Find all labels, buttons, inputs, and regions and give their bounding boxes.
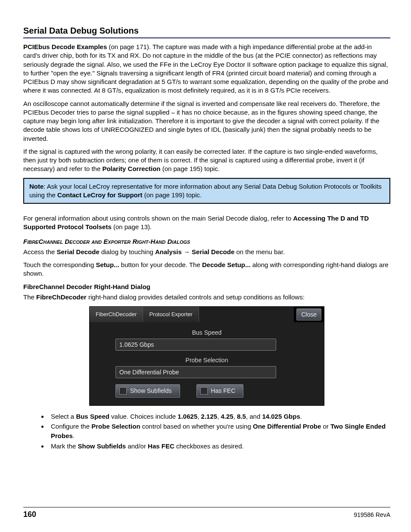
bus-speed-select[interactable]: 1.0625 Gbps (115, 339, 276, 351)
xref: PCIEbus Decode Examples (23, 43, 107, 50)
has-fec-checkbox[interactable]: Has FEC (196, 384, 244, 398)
page-title: Serial Data Debug Solutions (23, 26, 390, 38)
bus-speed-label: Bus Speed (115, 329, 298, 336)
doc-revision: 919586 RevA (354, 511, 390, 518)
paragraph: Access the Serial Decode dialog by touch… (23, 248, 390, 256)
section-heading: FibreChannel Decoder and Exporter Right-… (23, 238, 390, 245)
close-button[interactable]: Close (296, 308, 321, 320)
tab-protocol-exporter[interactable]: Protocol Exporter (143, 307, 199, 322)
subheading: FibreChannel Decoder Right-Hand Dialog (23, 283, 390, 290)
paragraph: The FibreChDecoder right-hand dialog pro… (23, 293, 390, 302)
dialog-tabs: FiberChDecoder Protocol Exporter Close (90, 307, 324, 322)
probe-selection-select[interactable]: One Differential Probe (115, 366, 276, 378)
list-item: Select a Bus Speed value. Choices includ… (48, 412, 390, 421)
fibrech-dialog-figure: FiberChDecoder Protocol Exporter Close B… (89, 306, 324, 406)
probe-selection-label: Probe Selection (115, 357, 298, 364)
paragraph: If the signal is captured with the wrong… (23, 147, 390, 174)
checkbox-icon (119, 387, 127, 395)
list-item: Configure the Probe Selection control ba… (48, 422, 390, 441)
paragraph: For general information about using cont… (23, 214, 390, 232)
checkbox-label: Has FEC (211, 387, 236, 394)
tab-fiberchdecoder[interactable]: FiberChDecoder (90, 307, 143, 322)
paragraph: An oscilloscope cannot automatically det… (23, 100, 390, 143)
bullet-list: Select a Bus Speed value. Choices includ… (23, 412, 390, 451)
note-box: Note: Ask your local LeCroy representati… (23, 178, 390, 204)
page-number: 160 (23, 510, 36, 519)
paragraph: Touch the corresponding Setup... button … (23, 261, 390, 278)
checkbox-icon (200, 387, 208, 395)
list-item: Mark the Show Subfields and/or Has FEC c… (48, 442, 390, 451)
page-footer: 160 919586 RevA (23, 507, 390, 519)
note-label: Note (29, 183, 44, 190)
xref: Contact LeCroy for Support (57, 191, 143, 199)
paragraph: PCIEbus Decode Examples (on page 171). T… (23, 43, 390, 95)
xref: Polarity Correction (102, 165, 160, 172)
checkbox-label: Show Subfields (130, 387, 172, 394)
show-subfields-checkbox[interactable]: Show Subfields (115, 384, 180, 398)
